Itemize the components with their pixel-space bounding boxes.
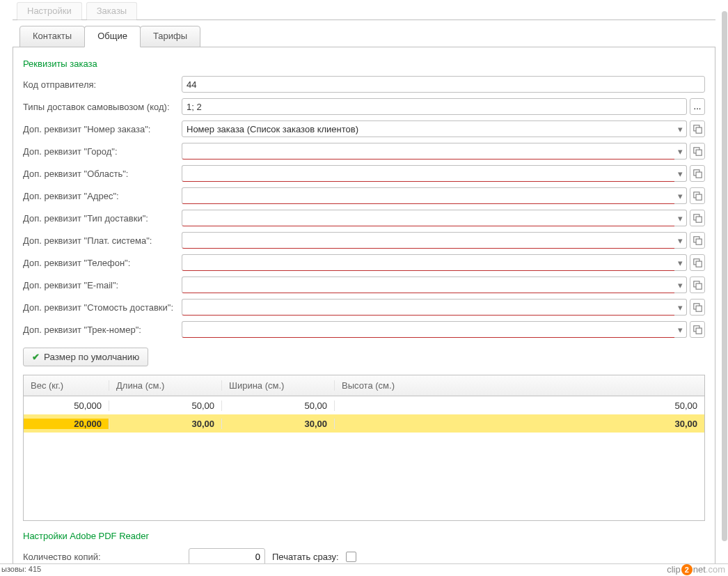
phone-dropdown-button[interactable]: ▾ [674,254,687,271]
chevron-down-icon: ▾ [678,124,683,134]
chevron-down-icon: ▾ [678,280,683,290]
order-no-select[interactable] [182,120,676,137]
svg-rect-19 [696,328,702,334]
svg-rect-1 [696,127,702,133]
chevron-down-icon: ▾ [678,235,683,246]
default-size-label: Размер по умолчанию [44,352,139,362]
phone-select[interactable] [182,254,676,271]
pay-system-select[interactable] [182,232,676,249]
delivery-cost-dropdown-button[interactable]: ▾ [674,299,687,316]
delivery-type-dropdown-button[interactable]: ▾ [674,210,687,226]
col-width[interactable]: Ширина (см.) [222,380,335,391]
chevron-down-icon: ▾ [678,146,683,157]
label-pay-system: Доп. реквизит "Плат. система": [23,235,182,246]
order-no-open-button[interactable] [690,120,705,137]
label-region: Доп. реквизит "Область": [23,169,182,179]
svg-rect-3 [696,150,702,155]
grid-row[interactable]: 50,000 50,00 50,00 50,00 [24,396,704,414]
tab-contacts[interactable]: Контакты [19,26,85,47]
pickup-types-input[interactable] [182,98,687,115]
grid-cell[interactable]: 30,00 [335,419,704,429]
label-copies: Количество копий: [23,552,182,562]
label-address: Доп. реквизит "Адрес": [23,191,182,201]
grid-cell[interactable]: 50,00 [109,400,222,411]
open-icon [693,214,702,223]
address-open-button[interactable] [690,187,705,204]
chevron-down-icon: ▾ [678,169,683,179]
phone-open-button[interactable] [690,254,705,271]
email-select[interactable] [182,277,676,293]
tab-general[interactable]: Общие [84,26,141,47]
delivery-type-open-button[interactable] [690,210,705,226]
col-length[interactable]: Длина (см.) [109,380,222,391]
pay-system-dropdown-button[interactable]: ▾ [674,232,687,249]
city-dropdown-button[interactable]: ▾ [674,143,687,159]
grid-cell[interactable]: 20,000 [24,419,109,429]
label-order-no: Доп. реквизит "Номер заказа": [23,124,182,134]
chevron-down-icon: ▾ [678,213,683,224]
open-icon [693,236,702,245]
address-dropdown-button[interactable]: ▾ [674,187,687,204]
grid-cell[interactable]: 30,00 [222,419,335,429]
open-icon [693,147,702,156]
grid-cell[interactable]: 50,00 [222,400,335,411]
grid-cell[interactable]: 50,00 [335,400,704,411]
city-open-button[interactable] [690,143,705,159]
delivery-cost-open-button[interactable] [690,299,705,316]
outer-tab[interactable]: Настройки [17,2,82,20]
email-dropdown-button[interactable]: ▾ [674,277,687,293]
logo-part: clip [667,564,681,575]
region-dropdown-button[interactable]: ▾ [674,165,687,182]
label-delivery-type: Доп. реквизит "Тип доставки": [23,213,182,224]
svg-rect-11 [696,239,702,244]
delivery-type-select[interactable] [182,210,676,226]
label-pickup-types: Типы доставок самовывозом (код): [23,102,182,112]
sender-code-input[interactable] [182,76,705,93]
pickup-types-ellipsis-button[interactable]: ... [690,98,705,115]
check-icon: ✔ [32,352,40,362]
label-phone: Доп. реквизит "Телефон": [23,258,182,268]
scrollbar[interactable] [718,11,728,555]
grid-header: Вес (кг.) Длина (см.) Ширина (см.) Высот… [24,375,704,396]
copies-input[interactable] [189,548,265,565]
city-select[interactable] [182,143,676,159]
col-weight[interactable]: Вес (кг.) [24,380,109,391]
print-now-checkbox[interactable] [346,552,356,562]
region-open-button[interactable] [690,165,705,182]
email-open-button[interactable] [690,277,705,293]
open-icon [693,303,702,312]
region-select[interactable] [182,165,676,182]
outer-tab[interactable]: Заказы [86,2,137,20]
address-select[interactable] [182,187,676,204]
chevron-down-icon: ▾ [678,302,683,313]
scrollbar-thumb[interactable] [722,11,727,541]
grid-cell[interactable]: 50,000 [24,400,109,411]
label-city: Доп. реквизит "Город": [23,146,182,157]
delivery-cost-select[interactable] [182,299,676,316]
logo-badge-icon: 2 [681,564,693,575]
svg-rect-17 [696,306,702,311]
chevron-down-icon: ▾ [678,191,683,201]
open-icon [693,258,702,267]
open-icon [693,192,702,201]
grid-cell[interactable]: 30,00 [109,419,222,429]
track-open-button[interactable] [690,321,705,338]
default-size-button[interactable]: ✔ Размер по умолчанию [23,348,148,366]
status-bar: ызовы: 415 [0,563,728,576]
svg-rect-9 [696,217,702,222]
track-select[interactable] [182,321,676,338]
svg-rect-5 [696,172,702,178]
col-height[interactable]: Высота (см.) [335,380,704,391]
order-no-dropdown-button[interactable]: ▾ [674,120,687,137]
dimensions-grid[interactable]: Вес (кг.) Длина (см.) Ширина (см.) Высот… [23,375,705,521]
track-dropdown-button[interactable]: ▾ [674,321,687,338]
svg-rect-7 [696,194,702,200]
open-icon [693,125,702,134]
grid-row-selected[interactable]: 20,000 30,00 30,00 30,00 [24,414,704,433]
inner-tabs: Контакты Общие Тарифы [13,20,715,47]
chevron-down-icon: ▾ [678,325,683,335]
label-delivery-cost: Доп. реквизит "Стомость доставки": [23,302,182,313]
pay-system-open-button[interactable] [690,232,705,249]
tab-tariffs[interactable]: Тарифы [140,26,200,47]
section-order-details: Реквизиты заказа [23,59,705,69]
